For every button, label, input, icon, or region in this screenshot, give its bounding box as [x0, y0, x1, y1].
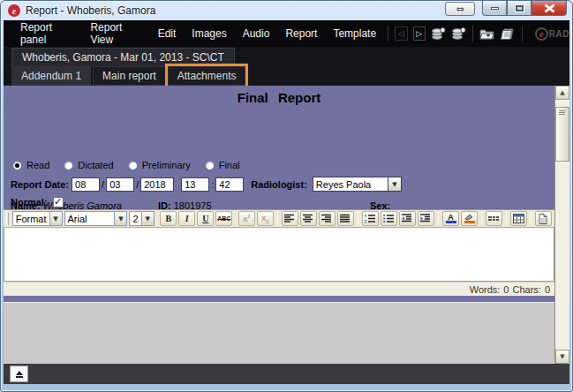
tab-addendum-1[interactable]: Addendum 1 [11, 66, 91, 86]
indent-button[interactable] [418, 211, 434, 226]
highlight-color-swatch [464, 221, 475, 223]
chars-label: Chars: [512, 284, 540, 295]
scroll-up-button[interactable]: ▲ [555, 86, 569, 100]
insert-table-button[interactable] [510, 211, 527, 226]
close-button[interactable] [532, 1, 567, 16]
bottom-bar [4, 364, 569, 384]
menu-template[interactable]: Template [325, 22, 384, 45]
chevron-down-icon: ▼ [114, 212, 126, 225]
maximize-icon [516, 5, 524, 11]
maximize-button[interactable] [507, 1, 532, 16]
save-close-report-icon[interactable] [451, 26, 466, 41]
normal-label: Normal: [11, 197, 48, 207]
scrollbar-grip [559, 110, 565, 116]
tab-main-report[interactable]: Main report [93, 66, 166, 86]
collapse-panel-button[interactable] [10, 366, 28, 382]
numbered-list-button[interactable] [362, 211, 379, 226]
date-year-input[interactable] [140, 177, 174, 192]
addendum-lower-panel [4, 302, 554, 364]
outdent-button[interactable] [399, 211, 416, 226]
align-center-button[interactable] [300, 211, 317, 226]
font-size-select[interactable]: 2 ▼ [129, 211, 154, 226]
date-day-input[interactable] [72, 177, 100, 192]
menu-separator [388, 26, 388, 41]
erad-app-icon: e [8, 4, 20, 17]
radio-final-dot[interactable] [205, 161, 215, 170]
radio-dictated[interactable]: Dictated [64, 160, 113, 170]
normal-row: Normal: ✓ [11, 197, 64, 207]
chevron-down-icon: ▼ [141, 212, 154, 225]
toolbar-divider [277, 212, 278, 225]
save-report-icon[interactable] [431, 26, 446, 41]
font-select[interactable]: Arial ▼ [64, 211, 128, 226]
horizontal-rule-button[interactable] [486, 211, 502, 226]
menu-edit[interactable]: Edit [150, 22, 185, 45]
patient-study-tab[interactable]: Whoberis, Gamora - Mar 01, 2013 - SC\CT [11, 48, 235, 66]
bold-button[interactable]: B [160, 211, 177, 226]
highlight-color-button[interactable] [461, 211, 478, 226]
words-count: 0 [503, 284, 509, 295]
italic-button[interactable]: I [178, 211, 195, 226]
radio-preliminary[interactable]: Preliminary [128, 160, 191, 170]
chevron-down-icon[interactable]: ▼ [388, 177, 401, 191]
toolbar-grip[interactable] [6, 213, 9, 225]
time-hour-input[interactable] [181, 177, 209, 192]
menu-separator [472, 26, 473, 41]
next-report-button[interactable]: ▷ [413, 26, 426, 41]
format-select[interactable]: Format ▼ [12, 211, 63, 226]
bullet-list-button[interactable] [381, 211, 397, 226]
menu-bar: Report panel Report View Edit Images Aud… [4, 20, 569, 47]
menu-audio[interactable]: Audio [235, 22, 278, 45]
words-label: Words: [470, 284, 501, 295]
prev-report-button[interactable]: ◁ [395, 26, 408, 41]
scroll-down-button[interactable]: ▼ [555, 350, 569, 364]
radio-preliminary-dot[interactable] [128, 161, 138, 170]
date-month-input[interactable] [106, 177, 134, 192]
patient-tab-bar: Whoberis, Gamora - Mar 01, 2013 - SC\CT [4, 47, 569, 66]
menu-report[interactable]: Report [277, 22, 325, 45]
time-minute-input[interactable] [215, 177, 244, 192]
minimize-icon [491, 7, 499, 10]
editor-status-bar: Words: 0 Chars: 0 [4, 282, 554, 296]
align-right-button[interactable] [319, 211, 336, 226]
report-content: Final Report Name: Whoberis Gamora DoB: … [4, 86, 569, 364]
strikethrough-button[interactable]: ABC [215, 211, 232, 226]
justify-button[interactable] [337, 211, 354, 226]
open-folder-icon[interactable] [479, 27, 495, 41]
report-text-editor[interactable] [4, 228, 554, 282]
report-date-row: Report Date: / / : Radiologist: Reyes Pa… [11, 177, 402, 192]
underline-button[interactable]: U [197, 211, 214, 226]
toolbar-divider [506, 212, 507, 225]
swap-monitor-button[interactable]: ⇔ [445, 2, 475, 16]
editor-toolbar: Format ▼ Arial ▼ 2 ▼ B I U [4, 209, 554, 228]
subscript-button[interactable]: x2 [257, 211, 274, 226]
radio-read[interactable]: Read [12, 160, 49, 170]
menu-report-panel[interactable]: Report panel [12, 16, 82, 51]
close-icon [545, 4, 554, 12]
report-status-options: Read Dictated Preliminary Final [12, 160, 240, 170]
radio-read-dot[interactable] [12, 161, 22, 170]
minimize-button[interactable] [482, 1, 507, 16]
radio-final[interactable]: Final [205, 160, 240, 170]
menu-report-view[interactable]: Report View [82, 16, 149, 51]
templates-book-icon[interactable] [501, 27, 516, 41]
font-color-button[interactable]: A [442, 211, 459, 226]
report-title: Final Report [4, 86, 554, 105]
toolbar-divider [481, 212, 482, 225]
tab-attachments[interactable]: Attachments [168, 66, 246, 86]
menu-images[interactable]: Images [184, 22, 234, 45]
normal-checkbox[interactable]: ✓ [53, 197, 64, 207]
toolbar-divider [438, 212, 439, 225]
eject-icon [16, 371, 23, 375]
app-window: e Report - Whoberis, Gamora ⇔ Report pan… [0, 0, 573, 392]
radiologist-select[interactable]: Reyes Paola ▼ [313, 177, 402, 192]
report-date-label: Report Date: [11, 179, 69, 190]
radiologist-label: Radiologist: [251, 179, 307, 190]
new-page-button[interactable] [535, 211, 552, 226]
vertical-scrollbar[interactable]: ▲ ▼ [554, 86, 569, 364]
superscript-button[interactable]: x2 [238, 211, 255, 226]
erad-brand-logo: e RAD [535, 27, 569, 41]
chevron-down-icon: ▼ [49, 212, 62, 225]
align-left-button[interactable] [282, 211, 298, 226]
radio-dictated-dot[interactable] [64, 161, 73, 170]
